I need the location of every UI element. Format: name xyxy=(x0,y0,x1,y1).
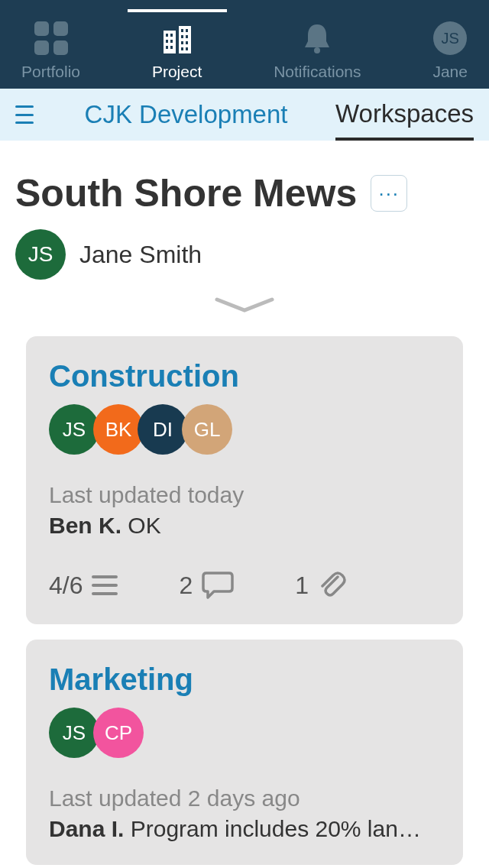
comments-stat: 2 xyxy=(179,570,234,601)
last-text: OK xyxy=(128,513,160,538)
svg-rect-5 xyxy=(170,40,173,43)
project-header: South Shore Mews ··· JS Jane Smith xyxy=(0,141,489,280)
svg-rect-12 xyxy=(181,41,183,44)
svg-rect-9 xyxy=(186,29,188,32)
nav-label: Jane xyxy=(432,63,468,81)
svg-rect-15 xyxy=(186,47,188,50)
svg-rect-7 xyxy=(170,46,173,49)
svg-rect-8 xyxy=(181,29,183,32)
svg-rect-11 xyxy=(186,35,188,38)
svg-rect-4 xyxy=(166,40,168,43)
last-updated: Last updated today xyxy=(49,482,440,508)
member-avatars: JS CP xyxy=(49,708,440,758)
tasks-stat: 4/6 xyxy=(49,572,118,600)
chevron-down-icon xyxy=(214,296,275,313)
svg-rect-6 xyxy=(166,46,168,49)
project-title: South Shore Mews xyxy=(15,171,357,215)
comment-icon xyxy=(202,570,234,601)
workspace-stats: 4/6 2 1 xyxy=(49,569,440,601)
svg-rect-13 xyxy=(186,41,188,44)
member-avatar: GL xyxy=(182,404,232,455)
nav-label: Portfolio xyxy=(21,63,80,81)
last-message: Dana I. Program includes 20% lan… xyxy=(49,816,440,842)
member-avatar: JS xyxy=(49,708,99,758)
svg-rect-1 xyxy=(179,26,191,53)
svg-rect-0 xyxy=(164,31,176,53)
svg-rect-2 xyxy=(166,34,168,37)
member-avatars: JS BK DI GL xyxy=(49,404,440,455)
project-owner[interactable]: JS Jane Smith xyxy=(15,229,474,280)
workspace-title: Marketing xyxy=(49,662,440,697)
member-avatar: BK xyxy=(93,404,144,455)
workspace-title: Construction xyxy=(49,359,440,394)
portfolio-icon xyxy=(34,21,68,55)
last-text: Program includes 20% lan… xyxy=(131,816,421,841)
member-avatar: JS xyxy=(49,404,99,455)
bell-icon xyxy=(302,20,332,57)
svg-rect-14 xyxy=(181,47,183,50)
sub-nav: CJK Development Workspaces xyxy=(0,89,489,141)
top-nav: Portfolio Project Notifications xyxy=(0,0,489,89)
svg-rect-3 xyxy=(170,34,173,37)
last-author: Ben K. xyxy=(49,513,121,538)
org-title[interactable]: CJK Development xyxy=(37,100,335,129)
more-button[interactable]: ··· xyxy=(371,175,407,212)
attachments-stat: 1 xyxy=(295,569,347,601)
tab-workspaces[interactable]: Workspaces xyxy=(335,89,474,141)
workspace-card[interactable]: Construction JS BK DI GL Last updated to… xyxy=(26,336,463,624)
nav-user[interactable]: JS Jane xyxy=(432,20,468,81)
nav-label: Project xyxy=(152,63,202,81)
collapse-toggle[interactable] xyxy=(0,296,489,313)
owner-name: Jane Smith xyxy=(79,241,202,269)
workspace-card[interactable]: Marketing JS CP Last updated 2 days ago … xyxy=(26,640,463,865)
member-avatar: CP xyxy=(93,708,144,758)
svg-point-16 xyxy=(314,47,320,53)
user-avatar-icon: JS xyxy=(433,21,467,55)
member-avatar: DI xyxy=(138,404,188,455)
nav-project[interactable]: Project xyxy=(152,20,202,81)
tasks-icon xyxy=(92,575,118,595)
buildings-icon xyxy=(159,20,196,57)
menu-icon[interactable] xyxy=(15,105,37,124)
nav-portfolio[interactable]: Portfolio xyxy=(21,20,80,81)
last-message: Ben K. OK xyxy=(49,513,440,539)
nav-notifications[interactable]: Notifications xyxy=(274,20,361,81)
attachment-icon xyxy=(318,569,347,601)
owner-avatar: JS xyxy=(15,229,66,280)
workspace-list: Construction JS BK DI GL Last updated to… xyxy=(0,336,489,865)
last-updated: Last updated 2 days ago xyxy=(49,785,440,811)
nav-label: Notifications xyxy=(274,63,361,81)
svg-rect-10 xyxy=(181,35,183,38)
last-author: Dana I. xyxy=(49,816,124,841)
